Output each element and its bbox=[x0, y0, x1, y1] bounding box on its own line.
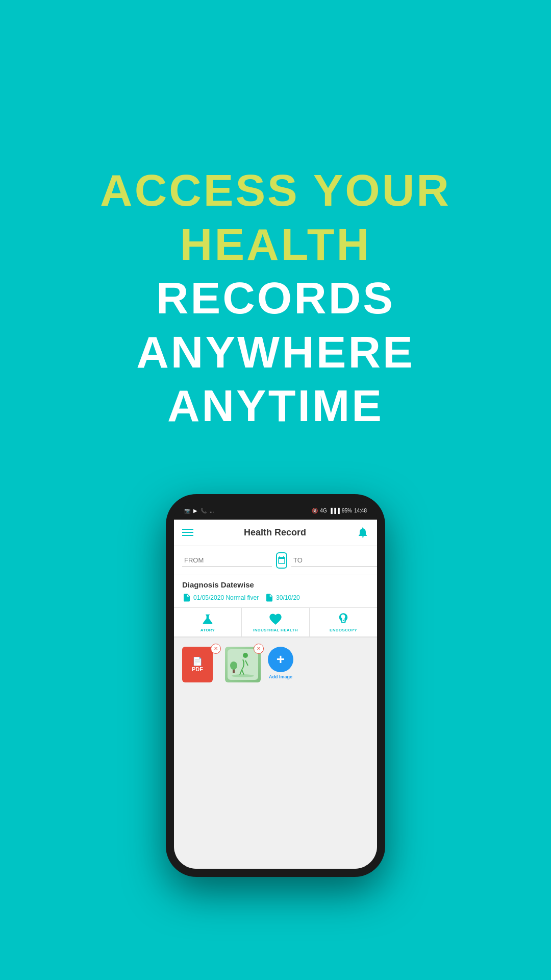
status-left-icons: 📷▶📞... bbox=[184, 508, 214, 513]
app-title: Health Record bbox=[244, 527, 306, 538]
status-bar: 📷▶📞... 🔇 4G ▐▐▐ 95% 14:48 bbox=[174, 502, 377, 520]
industrial-health-label: INDUSTRIAL HEALTH bbox=[253, 628, 297, 632]
hero-line3: ANYTIME bbox=[41, 379, 510, 433]
list-item: 01/05/2020 Normal fiver bbox=[182, 593, 259, 602]
hero-section: ACCESS YOUR HEALTH RECORDS ANYWHERE ANYT… bbox=[0, 163, 551, 433]
diagnosis-date-1: 01/05/2020 Normal fiver bbox=[193, 594, 259, 601]
add-image-label: Add Image bbox=[269, 674, 292, 679]
hamburger-menu-button[interactable] bbox=[182, 529, 193, 536]
diagnosis-list: 01/05/2020 Normal fiver 30/10/20 bbox=[182, 593, 369, 602]
tab-industrial-health[interactable]: INDUSTRIAL HEALTH bbox=[242, 608, 310, 636]
pdf-attachment: ✕ 📄 PDF bbox=[182, 647, 218, 682]
date-filter-row bbox=[174, 546, 377, 575]
svg-point-1 bbox=[243, 653, 248, 658]
remove-image-button[interactable]: ✕ bbox=[254, 644, 264, 654]
hero-line1-accent: ACCESS YOUR HEALTH bbox=[100, 165, 451, 270]
endoscopy-icon bbox=[336, 612, 350, 626]
diagnosis-title: Diagnosis Datewise bbox=[182, 580, 369, 589]
image-attachment: ✕ bbox=[225, 647, 261, 682]
add-circle-icon: + bbox=[268, 647, 293, 672]
industrial-health-icon bbox=[268, 612, 283, 626]
remove-pdf-button[interactable]: ✕ bbox=[211, 644, 221, 654]
phone-mockup: 📷▶📞... 🔇 4G ▐▐▐ 95% 14:48 Health Record bbox=[166, 494, 385, 877]
tab-endoscopy[interactable]: ENDOSCOPY bbox=[310, 608, 377, 636]
hero-line2: RECORDS ANYWHERE bbox=[41, 271, 510, 379]
diagnosis-date-2: 30/10/20 bbox=[276, 594, 300, 601]
attachment-section: ✕ 📄 PDF ✕ bbox=[174, 638, 377, 869]
from-date-input[interactable] bbox=[182, 554, 272, 567]
pdf-file-icon: 📄 bbox=[192, 656, 203, 666]
svg-point-4 bbox=[232, 674, 254, 677]
laboratory-label: ATORY bbox=[201, 628, 215, 632]
status-right-icons: 🔇 4G ▐▐▐ 95% 14:48 bbox=[312, 508, 367, 513]
tab-laboratory[interactable]: ATORY bbox=[174, 608, 242, 636]
category-tabs: ATORY INDUSTRIAL HEALTH bbox=[174, 608, 377, 638]
list-item: 30/10/20 bbox=[265, 593, 300, 602]
pdf-label: PDF bbox=[192, 666, 203, 672]
svg-point-3 bbox=[230, 662, 237, 670]
endoscopy-label: ENDOSCOPY bbox=[330, 628, 357, 632]
laboratory-icon bbox=[201, 612, 215, 626]
diagnosis-section: Diagnosis Datewise 01/05/2020 Normal fiv… bbox=[174, 575, 377, 608]
app-header: Health Record bbox=[174, 520, 377, 546]
add-image-button[interactable]: + Add Image bbox=[268, 647, 293, 679]
to-date-input[interactable] bbox=[291, 554, 377, 567]
calendar-icon-button[interactable] bbox=[276, 552, 287, 569]
notification-bell-button[interactable] bbox=[357, 526, 369, 538]
